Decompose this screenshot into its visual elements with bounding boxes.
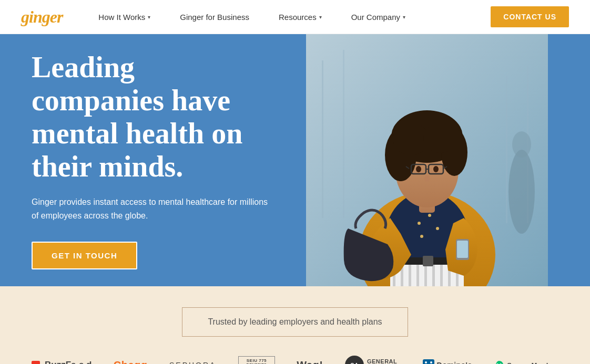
svg-rect-1: [322, 60, 323, 218]
hero-title: Leading companies have mental health on …: [32, 51, 273, 183]
svg-rect-2: [343, 50, 344, 218]
surveymonkey-icon: [494, 360, 504, 364]
ga-label: GENERALASSEMBLY: [367, 358, 401, 364]
seiu-box: SEIU 775 BENEFITS GROUP: [238, 356, 275, 364]
svg-point-9: [436, 227, 439, 230]
svg-rect-39: [457, 241, 468, 258]
svg-point-36: [433, 166, 439, 172]
svg-point-37: [424, 175, 430, 182]
nav-links: How It Works ▾ Ginger for Business Resou…: [84, 0, 491, 34]
svg-point-41: [512, 131, 531, 158]
logo[interactable]: ginger: [21, 7, 63, 27]
hero-section: Leading companies have mental health on …: [0, 34, 590, 286]
svg-point-10: [420, 235, 423, 238]
hero-subtitle: Ginger provides instant access to mental…: [32, 195, 268, 222]
trusted-text: Trusted by leading employers and health …: [208, 317, 382, 326]
sephora-logo: SEPHORA: [169, 361, 216, 364]
svg-point-7: [418, 222, 421, 225]
nav-item-ginger-for-business[interactable]: Ginger for Business: [165, 0, 264, 34]
nav-item-resources[interactable]: Resources ▾: [264, 0, 337, 34]
hero-image: [306, 34, 548, 286]
navbar: ginger How It Works ▾ Ginger for Busines…: [0, 0, 590, 34]
hero-photo: [306, 34, 548, 286]
ga-badge: GA: [345, 356, 364, 364]
svg-point-29: [423, 123, 457, 153]
wag-logo: Wag!: [297, 359, 323, 365]
dominos-logo: Domino's: [423, 359, 472, 364]
buzzfeed-icon: [32, 361, 40, 364]
chevron-down-icon: ▾: [403, 14, 405, 20]
svg-point-40: [508, 150, 535, 234]
nav-label: How It Works: [98, 13, 145, 22]
svg-point-43: [425, 361, 427, 363]
logos-row-1: BuzzFeed Chegg SEPHORA SEIU 775 BENEFITS…: [32, 356, 558, 364]
svg-rect-22: [423, 256, 433, 266]
seiu-logo: SEIU 775 BENEFITS GROUP: [238, 356, 275, 364]
chevron-down-icon: ▾: [148, 14, 150, 20]
dominos-icon: [423, 359, 434, 364]
chegg-logo: Chegg: [114, 359, 148, 365]
svg-point-35: [416, 166, 421, 172]
get-in-touch-button[interactable]: GET IN TOUCH: [32, 242, 137, 269]
svg-rect-42: [423, 359, 434, 364]
surveymonkey-logo: SurveyMonkey: [494, 360, 558, 364]
svg-point-44: [430, 361, 432, 363]
nav-label: Ginger for Business: [180, 13, 249, 22]
chevron-down-icon: ▾: [319, 14, 322, 20]
trusted-section: Trusted by leading employers and health …: [0, 286, 590, 364]
contact-us-button[interactable]: CONTACT US: [491, 6, 569, 27]
trusted-banner: Trusted by leading employers and health …: [182, 307, 408, 337]
hero-content: Leading companies have mental health on …: [0, 34, 305, 286]
general-assembly-logo: GA GENERALASSEMBLY: [345, 356, 401, 364]
nav-label: Our Company: [351, 13, 400, 22]
svg-rect-3: [506, 76, 507, 223]
svg-point-8: [428, 214, 431, 217]
buzzfeed-logo: BuzzFeed: [32, 360, 91, 364]
nav-item-our-company[interactable]: Our Company ▾: [337, 0, 420, 34]
nav-label: Resources: [279, 13, 317, 22]
nav-item-how-it-works[interactable]: How It Works ▾: [84, 0, 165, 34]
hero-person-illustration: [306, 34, 548, 286]
